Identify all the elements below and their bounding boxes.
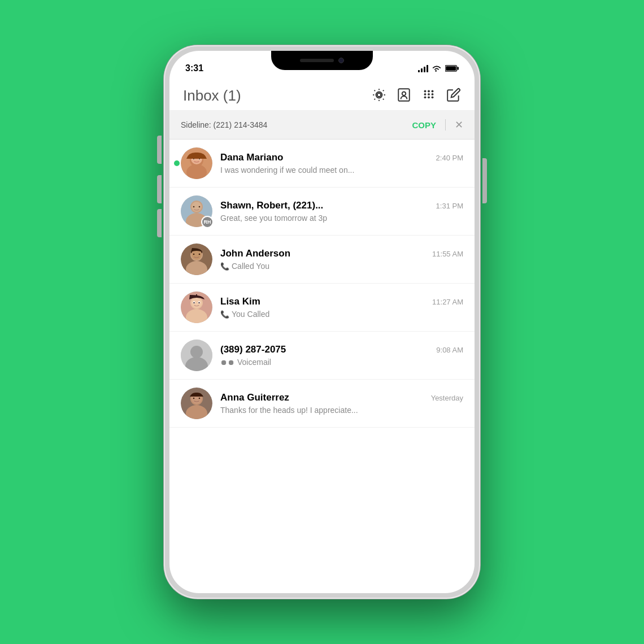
- svg-point-36: [193, 254, 195, 255]
- timestamp: 2:40 PM: [436, 154, 463, 162]
- list-item[interactable]: John Anderson 11:55 AM 📞 Called You: [169, 236, 475, 284]
- call-icon: 📞: [220, 262, 229, 271]
- svg-point-37: [199, 254, 201, 255]
- svg-point-15: [432, 96, 434, 98]
- timestamp: Yesterday: [431, 394, 463, 402]
- svg-point-30: [193, 206, 195, 208]
- avatar-container: [181, 243, 212, 275]
- svg-point-45: [198, 302, 199, 303]
- svg-point-10: [424, 93, 427, 95]
- conversation-top: John Anderson 11:55 AM: [220, 248, 463, 259]
- preview-text: Thanks for the heads up! I appreciate...: [220, 406, 358, 415]
- svg-point-47: [190, 346, 203, 358]
- avatar: [181, 388, 212, 419]
- avatar: [181, 291, 212, 323]
- divider: [445, 119, 446, 130]
- svg-point-53: [193, 398, 195, 399]
- svg-rect-2: [446, 66, 456, 71]
- contact-name: Lisa Kim: [220, 296, 260, 307]
- timestamp: 11:55 AM: [432, 250, 463, 258]
- avatar: [181, 340, 212, 371]
- preview-text: Voicemail: [237, 358, 271, 367]
- sideline-actions: COPY ✕: [412, 119, 463, 131]
- header-icons: [372, 88, 461, 105]
- battery-icon: [445, 64, 459, 72]
- message-preview: Great, see you tomorrow at 3p: [220, 214, 463, 223]
- wifi-icon: [432, 64, 442, 72]
- svg-point-14: [428, 96, 430, 98]
- title-count: (1): [223, 87, 241, 104]
- timestamp: 11:27 AM: [432, 298, 463, 306]
- avatar-container: [181, 147, 212, 179]
- sideline-banner: Sideline: (221) 214-3484 COPY ✕: [169, 111, 475, 140]
- signal-icon: [418, 64, 428, 72]
- title-inbox: Inbox: [183, 87, 219, 104]
- app-header: Inbox (1): [169, 79, 475, 111]
- conversation-list: Dana Mariano 2:40 PM I was wondering if …: [169, 140, 475, 593]
- svg-point-3: [377, 93, 381, 97]
- conversation-top: (389) 287-2075 9:08 AM: [220, 344, 463, 355]
- status-time: 3:31: [185, 63, 203, 73]
- contact-name: Anna Guiterrez: [220, 392, 289, 403]
- dialpad-icon[interactable]: [421, 88, 436, 105]
- avatar-container: [181, 340, 212, 371]
- preview-text: You Called: [232, 310, 269, 319]
- voicemail-icon: ⏺⏺: [220, 358, 235, 367]
- svg-point-7: [424, 90, 427, 92]
- contact-name: Shawn, Robert, (221)...: [220, 200, 323, 211]
- phone-frame: 3:31: [164, 45, 480, 599]
- list-item[interactable]: (389) 287-2075 9:08 AM ⏺⏺ Voicemail: [169, 332, 475, 380]
- timestamp: 1:31 PM: [436, 202, 463, 210]
- message-preview: I was wondering if we could meet on...: [220, 166, 463, 175]
- conversation-content: John Anderson 11:55 AM 📞 Called You: [220, 248, 463, 271]
- unread-indicator: [174, 160, 180, 166]
- speaker: [300, 59, 334, 62]
- svg-point-11: [428, 93, 430, 95]
- avatar-initials: RH: [201, 216, 214, 228]
- copy-button[interactable]: COPY: [412, 120, 436, 130]
- svg-point-12: [432, 93, 434, 95]
- contact-name: John Anderson: [220, 248, 290, 259]
- list-item[interactable]: Lisa Kim 11:27 AM 📞 You Called: [169, 284, 475, 332]
- conversation-top: Shawn, Robert, (221)... 1:31 PM: [220, 200, 463, 211]
- conversation-top: Lisa Kim 11:27 AM: [220, 296, 463, 307]
- contact-name: Dana Mariano: [220, 152, 283, 163]
- svg-point-44: [193, 302, 194, 303]
- svg-point-6: [402, 92, 406, 95]
- conversation-content: Anna Guiterrez Yesterday Thanks for the …: [220, 392, 463, 415]
- close-button[interactable]: ✕: [455, 119, 463, 131]
- message-preview: Thanks for the heads up! I appreciate...: [220, 406, 463, 415]
- list-item[interactable]: Anna Guiterrez Yesterday Thanks for the …: [169, 380, 475, 428]
- avatar-container: [181, 388, 212, 419]
- avatar: [181, 147, 212, 179]
- call-icon: 📞: [220, 310, 229, 319]
- svg-point-8: [428, 90, 430, 92]
- timestamp: 9:08 AM: [436, 346, 463, 354]
- svg-point-31: [199, 206, 201, 208]
- app-content: Inbox (1): [169, 79, 475, 593]
- preview-text: Great, see you tomorrow at 3p: [220, 214, 327, 223]
- preview-text: Called You: [232, 262, 269, 271]
- svg-rect-5: [398, 89, 410, 101]
- contacts-icon[interactable]: [397, 88, 411, 105]
- conversation-content: Lisa Kim 11:27 AM 📞 You Called: [220, 296, 463, 319]
- contact-name: (389) 287-2075: [220, 344, 286, 355]
- svg-rect-1: [457, 67, 459, 69]
- svg-point-13: [424, 96, 427, 98]
- conversation-top: Dana Mariano 2:40 PM: [220, 152, 463, 163]
- preview-text: I was wondering if we could meet on...: [220, 166, 354, 175]
- conversation-content: (389) 287-2075 9:08 AM ⏺⏺ Voicemail: [220, 344, 463, 367]
- message-preview: 📞 You Called: [220, 310, 463, 319]
- svg-point-54: [199, 398, 201, 399]
- conversation-top: Anna Guiterrez Yesterday: [220, 392, 463, 403]
- phone-screen: 3:31: [169, 51, 475, 593]
- avatar: [181, 243, 212, 275]
- compose-icon[interactable]: [446, 88, 461, 105]
- svg-point-9: [432, 90, 434, 92]
- avatar-container: RH: [181, 195, 212, 227]
- list-item[interactable]: RH Shawn, Robert, (221)... 1:31 PM Great…: [169, 188, 475, 236]
- settings-icon[interactable]: [372, 88, 386, 105]
- notch: [271, 51, 373, 70]
- list-item[interactable]: Dana Mariano 2:40 PM I was wondering if …: [169, 140, 475, 188]
- conversation-content: Shawn, Robert, (221)... 1:31 PM Great, s…: [220, 200, 463, 223]
